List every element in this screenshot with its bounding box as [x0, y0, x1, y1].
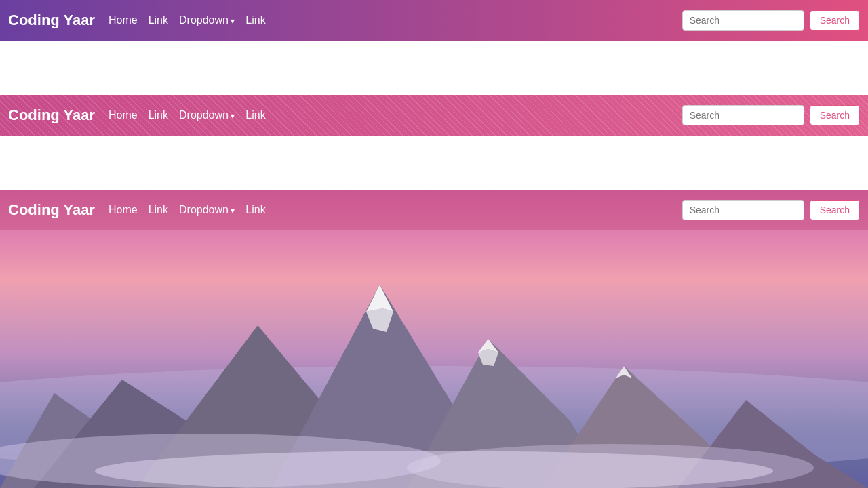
search-input-2[interactable]: [682, 105, 804, 125]
nav-home-3[interactable]: Home: [108, 204, 138, 216]
search-input-3[interactable]: [682, 200, 804, 220]
search-input-1[interactable]: [682, 10, 804, 30]
nav-link1-3[interactable]: Link: [149, 204, 168, 216]
nav-home-1[interactable]: Home: [108, 14, 138, 26]
search-button-1[interactable]: Search: [810, 10, 860, 30]
nav-link1-1[interactable]: Link: [149, 14, 168, 26]
nav-link1-2[interactable]: Link: [149, 109, 168, 121]
nav-links-1: Home Link Dropdown Link: [108, 14, 682, 26]
search-button-3[interactable]: Search: [810, 200, 860, 220]
mountain-svg: [0, 203, 868, 488]
search-button-2[interactable]: Search: [810, 105, 860, 125]
gap-1: [0, 41, 868, 95]
brand-1: Coding Yaar: [8, 12, 95, 29]
nav-link2-1[interactable]: Link: [245, 14, 265, 26]
nav-dropdown-1[interactable]: Dropdown: [179, 14, 235, 26]
brand-2: Coding Yaar: [8, 106, 95, 124]
nav-dropdown-2[interactable]: Dropdown: [179, 109, 235, 121]
svg-marker-5: [366, 285, 393, 312]
navbar-3: Coding Yaar Home Link Dropdown Link Sear…: [0, 190, 868, 230]
navbar-2-wrapper: Coding Yaar Home Link Dropdown Link Sear…: [0, 95, 868, 136]
navbar-1: Coding Yaar Home Link Dropdown Link Sear…: [0, 0, 868, 41]
navbar-2: Coding Yaar Home Link Dropdown Link Sear…: [0, 95, 868, 136]
search-form-2: Search: [682, 105, 860, 125]
nav-links-2: Home Link Dropdown Link: [108, 109, 682, 121]
page-wrapper: Coding Yaar Home Link Dropdown Link Sear…: [0, 0, 868, 488]
gap-2: [0, 136, 868, 190]
navbar-3-section: Coding Yaar Home Link Dropdown Link Sear…: [0, 190, 868, 488]
nav-dropdown-3[interactable]: Dropdown: [179, 204, 235, 216]
brand-3: Coding Yaar: [8, 201, 95, 219]
search-form-3: Search: [682, 200, 860, 220]
nav-links-3: Home Link Dropdown Link: [108, 204, 682, 216]
nav-home-2[interactable]: Home: [108, 109, 138, 121]
nav-link2-3[interactable]: Link: [245, 204, 265, 216]
search-form-1: Search: [682, 10, 860, 30]
nav-link2-2[interactable]: Link: [245, 109, 265, 121]
